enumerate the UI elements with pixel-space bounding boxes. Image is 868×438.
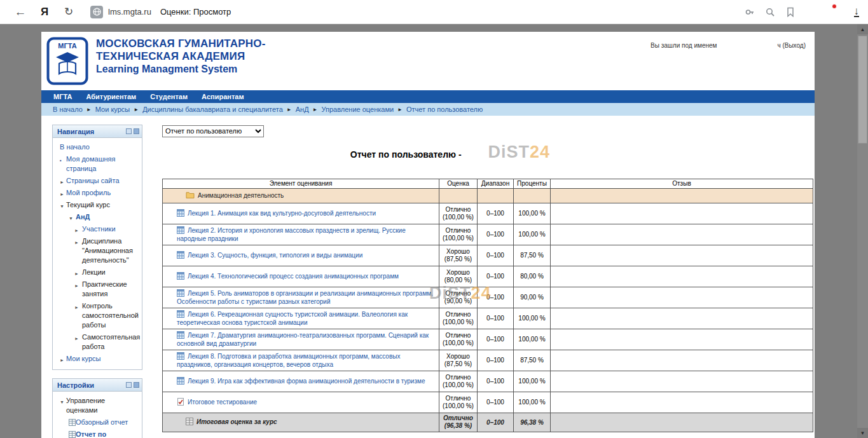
address-url[interactable]: lms.mgta.ru [108, 7, 151, 17]
activity-link[interactable]: Лекция 3. Сущность, функция, типология и… [188, 252, 362, 259]
expand-icon[interactable]: ► [74, 281, 79, 291]
grade-cell: Отлично(100,00 %) [439, 224, 478, 245]
page-viewport: МГТА МОСКОВСКАЯ ГУМАНИТАРНО- ТЕХНИЧЕСКАЯ… [0, 24, 868, 438]
sidebar-item[interactable]: ▼АнД [55, 211, 140, 223]
percent-cell: 96,38 % [514, 413, 551, 432]
expand-icon[interactable]: ► [74, 226, 79, 235]
grade-value: Отлично [441, 332, 476, 339]
dock-block-icon[interactable] [126, 128, 132, 134]
yandex-browser-icon[interactable]: Я [37, 6, 52, 18]
expand-icon[interactable]: ► [74, 303, 79, 312]
hide-block-icon[interactable] [134, 382, 139, 388]
sidebar-item[interactable]: ►Страницы сайта [55, 175, 140, 187]
grade-row: Лекция 3. Сущность, функция, типология и… [163, 245, 813, 266]
sidebar-item[interactable]: ►Контроль самостоятельной работы [55, 300, 140, 331]
breadcrumb-link[interactable]: Мои курсы [95, 106, 130, 113]
collapse-icon[interactable]: ▼ [60, 202, 64, 211]
expand-icon[interactable]: ► [60, 189, 64, 199]
activity-link[interactable]: Лекция 8. Подготовка и разработка анимац… [177, 353, 400, 368]
sidebar-item[interactable]: ►Самостоятельная работа [55, 331, 140, 353]
sidebar-item[interactable]: ▼Управление оценками [55, 395, 140, 416]
sidebar-item[interactable]: Отчет по пользователю [55, 428, 140, 438]
vertical-scrollbar[interactable]: ▲ ▼ [857, 24, 868, 438]
site-globe-icon[interactable] [90, 6, 103, 18]
logout-link[interactable]: (Выход) [782, 42, 806, 49]
sidebar-item[interactable]: ►Участники [55, 223, 140, 235]
sidebar-item[interactable]: ►Мои курсы [55, 353, 140, 365]
expand-icon[interactable]: ► [74, 334, 79, 343]
grade-value: Отлично [441, 374, 476, 381]
sidebar-item-label: Мои курсы [66, 355, 100, 362]
activity-link[interactable]: Лекция 5. Роль аниматоров в организации … [177, 290, 433, 305]
activity-link[interactable]: Лекция 6. Рекреационная сущность туристс… [177, 311, 408, 326]
breadcrumb-link[interactable]: АнД [296, 106, 309, 113]
sidebar-item[interactable]: ►Лекции [55, 266, 140, 278]
feedback-cell [551, 350, 813, 371]
main-nav-link[interactable]: МГТА [46, 93, 79, 100]
grades-report-icon [69, 419, 76, 428]
search-icon[interactable] [764, 6, 776, 18]
percent-cell: 100,00 % [514, 224, 551, 245]
sidebar-item[interactable]: ►Мой профиль [55, 187, 140, 199]
activity-link[interactable]: Лекция 2. История и хронология массовых … [177, 227, 406, 242]
scroll-down-icon[interactable]: ▼ [857, 428, 868, 438]
percent-cell: 87,50 % [514, 245, 551, 266]
refresh-icon[interactable]: ↻ [61, 5, 76, 18]
page-title: Отчет по пользователю - [350, 149, 462, 160]
range-cell: 0–100 [478, 245, 514, 266]
range-cell: 0–100 [478, 329, 514, 350]
dock-block-icon[interactable] [126, 382, 132, 388]
activity-link[interactable]: Лекция 4. Технологический процесс создан… [188, 273, 399, 280]
grade-percent-detail: (100,00 %) [441, 235, 476, 242]
main-nav-link[interactable]: Студентам [143, 93, 195, 100]
expand-icon[interactable]: ► [74, 269, 79, 278]
report-type-select[interactable]: Отчет по пользователю [162, 125, 264, 137]
table-column-header: Элемент оценивания [163, 179, 439, 188]
grade-value: Отлично [441, 206, 476, 214]
settings-block: Настройки ▼Управление оценкамиОбзорный о… [52, 378, 142, 438]
scrollbar-thumb[interactable] [858, 36, 867, 144]
grade-row: Лекция 4. Технологический процесс создан… [163, 266, 813, 287]
breadcrumb-link[interactable]: Дисциплины бакалавриата и специалитета [142, 106, 283, 113]
sidebar-item[interactable]: ►Практические занятия [55, 278, 140, 300]
activity-link[interactable]: Итоговое тестирование [188, 399, 257, 406]
dist24-watermark: DiST24 [488, 144, 551, 161]
sidebar-item[interactable]: Обзорный отчет [55, 416, 140, 428]
sidebar-item[interactable]: ►Дисциплина "Анимационная деятельность" [55, 235, 140, 266]
expand-icon[interactable]: ► [60, 177, 64, 187]
sidebar-item-label: Самостоятельная работа [82, 333, 140, 350]
download-icon[interactable]: ↓ [854, 7, 860, 17]
activity-link[interactable]: Лекция 1. Анимация как вид культурно-дос… [188, 210, 376, 217]
key-icon[interactable] [743, 6, 756, 18]
breadcrumb-link[interactable]: В начало [53, 106, 83, 113]
percent-cell: 90,00 % [514, 287, 551, 308]
sidebar-item-label: Моя домашняя страница [66, 155, 115, 172]
svg-text:МГТА: МГТА [58, 42, 76, 50]
scroll-up-icon[interactable]: ▲ [857, 24, 868, 34]
expand-icon[interactable]: ► [74, 238, 79, 247]
back-icon[interactable]: ← [13, 5, 28, 19]
breadcrumb-link[interactable]: Отчет по пользователю [406, 106, 483, 113]
hide-block-icon[interactable] [134, 128, 139, 134]
main-nav-link[interactable]: Абитуриентам [79, 93, 143, 100]
range-cell: 0–100 [478, 413, 514, 432]
sidebar-item[interactable]: ▼Текущий курс [55, 199, 140, 211]
table-column-header: Проценты [514, 179, 551, 188]
feedback-cell [551, 329, 813, 350]
sidebar-item-label: В начало [60, 143, 90, 151]
grade-value: Отлично [441, 311, 476, 318]
activity-link[interactable]: Лекция 7. Драматургия анимационно-театра… [177, 332, 429, 347]
breadcrumb-link[interactable]: Управление оценками [322, 106, 394, 113]
collapse-icon[interactable]: ▼ [60, 397, 64, 407]
grade-percent-detail: (87,50 %) [441, 256, 476, 263]
percent-cell: 100,00 % [514, 308, 551, 329]
expand-icon[interactable]: ► [60, 355, 64, 365]
browser-extension-icon[interactable] [822, 5, 836, 19]
sidebar-item-label: АнД [76, 213, 90, 221]
range-cell: 0–100 [478, 350, 514, 371]
collapse-icon[interactable]: ▼ [69, 214, 73, 223]
activity-link[interactable]: Лекция 9. Игра как эффективная форма ани… [188, 378, 425, 385]
range-cell: 0–100 [478, 392, 514, 413]
bookmark-flag-icon[interactable] [784, 6, 797, 18]
main-nav-link[interactable]: Аспирантам [195, 93, 251, 100]
